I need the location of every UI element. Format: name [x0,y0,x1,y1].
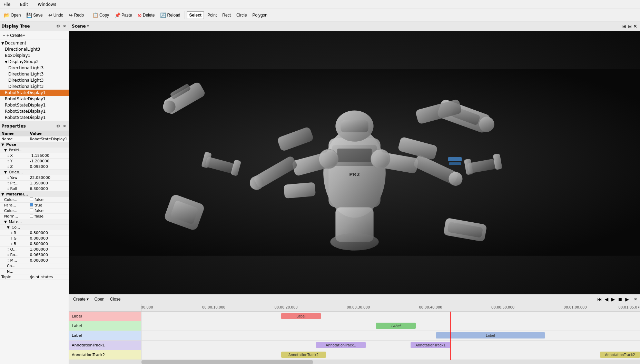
menu-windows[interactable]: Windows [36,1,58,8]
prop-pitch[interactable]: ↕Pit... 1.350000 [0,181,69,186]
timeline-step-forward-btn[interactable]: ▶ [610,296,616,303]
properties-settings-icon[interactable]: ⚙ [55,123,61,129]
save-button[interactable]: 💾 Save [24,11,45,19]
tree-item-dlight2-4[interactable]: DirectionalLight3 [0,83,69,90]
timeline-scrollbar[interactable] [69,360,640,364]
menu-file[interactable]: File [1,1,12,8]
tree-item-dlight2-1[interactable]: DirectionalLight3 [0,65,69,71]
prop-n[interactable]: N... [0,269,69,274]
rect-button[interactable]: Rect [220,11,233,19]
track-content-1[interactable]: Label [141,312,640,321]
prop-topic[interactable]: Topic /joint_states [0,274,69,280]
tree-item-robotstate3[interactable]: RobotStateDisplay1 [0,102,69,108]
tree-item-boxdisplay[interactable]: BoxDisplay1 [0,52,69,59]
prop-mate: ▼ Mate... [0,219,69,225]
track-block-2-1[interactable]: Label [376,323,416,329]
render-area[interactable]: PR2 [69,31,640,294]
ruler-ts-4: 00:00:40.000 [419,305,442,309]
svg-point-37 [330,233,378,251]
circle-button[interactable]: Circle [234,11,249,19]
scene-dropdown-icon[interactable]: ▾ [87,24,89,28]
menu-edit[interactable]: Edit [18,1,30,8]
tree-item-robotstate1[interactable]: RobotStateDisplay1 [0,90,69,96]
ruler-ts-1: 00:00:10.000 [202,305,225,309]
select-button[interactable]: Select [187,11,204,19]
track-block-3-1[interactable]: Label [436,332,545,338]
track-content-4[interactable]: AnnotationTrack1 AnnotationTrack1 [141,341,640,350]
prop-co2[interactable]: Co... [0,263,69,269]
robot-scene-background: PR2 [69,31,640,294]
track-block-5-2[interactable]: AnnotationTrack2 [600,352,640,358]
prop-r[interactable]: ↕R 0.800000 [0,230,69,236]
tree-item-document[interactable]: ▼ Document [0,40,69,46]
prop-roll[interactable]: ↕Roll 6.300000 [0,186,69,192]
tree-item-robotstate2[interactable]: RobotStateDisplay1 [0,96,69,102]
display-tree-header: Display Tree ⚙ ✕ [0,21,69,31]
create-dropdown-icon[interactable]: ▾ [23,33,25,37]
track-block-4-1[interactable]: AnnotationTrack1 [316,342,366,348]
timeline-create-dropdown[interactable]: ▾ [87,297,89,302]
prop-metallic[interactable]: ↕M... 0.000000 [0,258,69,263]
viewport-layout-icon[interactable]: ⊟ [628,23,632,29]
track-content-3[interactable]: Label [141,331,640,340]
track-block-4-2[interactable]: AnnotationTrack1 [411,342,451,348]
timeline-stop-btn[interactable]: ⏹ [617,296,623,303]
paste-icon: 📌 [115,12,120,18]
track-row-1: Label Label [69,312,640,321]
prop-name-row[interactable]: Name RobotStateDisplay1 [0,136,69,142]
track-label-3[interactable]: Label [69,331,141,340]
display-tree-close-icon[interactable]: ✕ [62,23,67,29]
copy-button[interactable]: 📋 Copy [90,11,111,19]
timeline-panel-close-icon[interactable]: ✕ [634,297,637,302]
display-tree-settings-icon[interactable]: ⚙ [55,23,61,29]
prop-b[interactable]: ↕B 0.800000 [0,241,69,247]
undo-button[interactable]: ↩ Undo [46,11,66,19]
track-label-2[interactable]: Label [69,321,141,331]
paste-button[interactable]: 📌 Paste [112,11,135,19]
prop-y[interactable]: ↕Y -1.200000 [0,159,69,164]
create-button[interactable]: + + Create ▾ [0,32,28,39]
track-content-5[interactable]: AnnotationTrack2 AnnotationTrack2 [141,350,640,360]
timeline-open-btn[interactable]: Open [93,296,106,302]
viewport-grid-icon[interactable]: ⊞ [622,23,627,29]
track-label-5[interactable]: AnnotationTrack2 [69,350,141,360]
point-button[interactable]: Point [205,11,219,19]
tree-item-dlight2-3[interactable]: DirectionalLight3 [0,77,69,83]
tree-item-displaygroup[interactable]: ▼ DisplayGroup2 [0,59,69,65]
timeline-close-btn[interactable]: Close [109,296,122,302]
redo-button[interactable]: ↪ Redo [66,11,86,19]
prop-norm[interactable]: Norm... false [0,214,69,219]
delete-button[interactable]: ⊘ Delete [135,11,157,19]
prop-yaw[interactable]: ↕Yaw 22.050000 [0,175,69,181]
track-label-1[interactable]: Label [69,312,141,321]
viewport-close-icon[interactable]: ✕ [633,23,637,29]
track-label-4[interactable]: AnnotationTrack1 [69,341,141,350]
timeline-skip-back-btn[interactable]: ⏮ [597,296,603,303]
tree-item-robotstate5[interactable]: RobotStateDisplay1 [0,114,69,121]
prop-z[interactable]: ↕Z 0.095000 [0,164,69,170]
track-row-5: AnnotationTrack2 AnnotationTrack2 Annota… [69,350,640,360]
timeline-step-back-btn[interactable]: ◀ [604,296,609,303]
prop-color2[interactable]: Color... false [0,208,69,214]
tree-item-robotstate4[interactable]: RobotStateDisplay1 [0,108,69,114]
open-button[interactable]: 📂 Open [1,11,23,19]
polygon-button[interactable]: Polygon [250,11,270,19]
track-block-5-1[interactable]: AnnotationTrack2 [281,352,326,358]
prop-x[interactable]: ↕X -1.155000 [0,153,69,159]
track-block-1-1[interactable]: Label [281,313,321,319]
track-content-2[interactable]: Label [141,321,640,331]
properties-close-icon[interactable]: ✕ [62,123,67,129]
prop-g[interactable]: ↕G 0.800000 [0,236,69,241]
timeline-create-btn[interactable]: Create ▾ [72,296,90,302]
prop-opacity[interactable]: ↕O... 1.000000 [0,247,69,252]
prop-roughness[interactable]: ↕Ro... 0.065000 [0,252,69,258]
reload-button[interactable]: 🔄 Reload [158,11,183,19]
prop-para[interactable]: Para... true [0,203,69,208]
timeline-play-btn[interactable]: ▶ [624,296,630,303]
tree-item-dlight2-2[interactable]: DirectionalLight3 [0,71,69,77]
prop-color1[interactable]: Color... false [0,197,69,203]
ruler-ts-6: 00:01:00.000 [564,305,587,309]
undo-icon: ↩ [48,12,52,18]
save-icon: 💾 [26,12,32,18]
tree-item-directional1[interactable]: DirectionalLight3 [0,46,69,52]
